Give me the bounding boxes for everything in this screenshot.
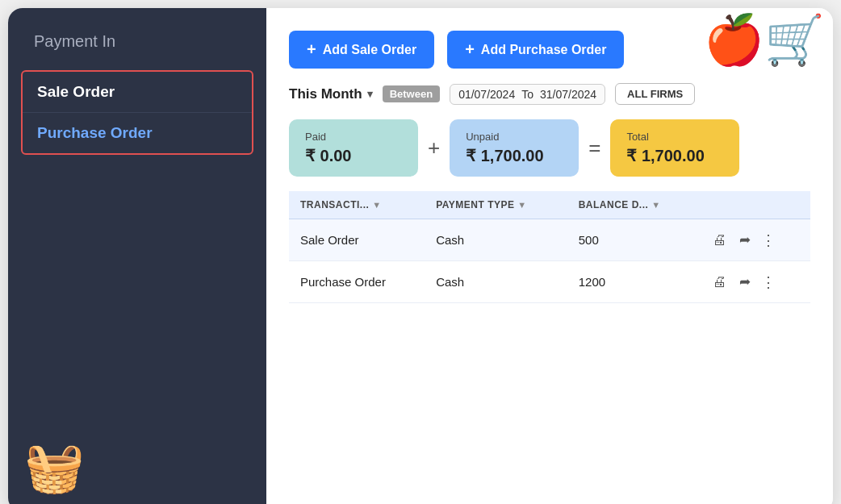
cell-balance-0: 500: [567, 219, 699, 261]
col-actions: [699, 191, 810, 219]
share-icon-0[interactable]: ➦: [737, 229, 753, 251]
summary-cards: Paid ₹ 0.00 + Unpaid ₹ 1,700.00 = Total …: [289, 119, 810, 177]
plus-operator: +: [428, 135, 440, 160]
col-balance-d[interactable]: BALANCE D... ▼: [567, 191, 699, 219]
table-container: TRANSACTI... ▼ PAYMENT TYPE ▼ BALANCE D.…: [289, 191, 810, 493]
filter-bar: This Month ▾ Between 01/07/2024 To 31/07…: [289, 83, 810, 105]
sidebar-item-purchase-order[interactable]: Purchase Order: [23, 113, 252, 153]
cell-payment-type-1: Cash: [425, 261, 567, 303]
sidebar-menu: Sale Order Purchase Order: [21, 70, 253, 155]
all-firms-button[interactable]: ALL FIRMS: [615, 83, 695, 105]
between-badge: Between: [383, 85, 440, 102]
print-icon-0[interactable]: 🖨: [710, 230, 729, 251]
to-label: To: [521, 88, 533, 101]
paid-amount: ₹ 0.00: [305, 146, 402, 165]
sidebar-title: Payment In: [21, 24, 253, 67]
cell-actions-1: 🖨 ➦ ⋮: [699, 261, 810, 303]
paid-label: Paid: [305, 131, 402, 143]
add-purchase-order-button[interactable]: + Add Purchase Order: [447, 31, 624, 69]
date-from: 01/07/2024: [458, 88, 515, 101]
plus-icon-sale: +: [307, 40, 316, 59]
filter-icon-balance[interactable]: ▼: [651, 200, 660, 210]
filter-icon-payment[interactable]: ▼: [517, 200, 526, 210]
month-label: This Month: [289, 86, 362, 102]
unpaid-label: Unpaid: [466, 131, 563, 143]
more-options-icon-0[interactable]: ⋮: [761, 231, 776, 249]
sidebar-item-sale-order[interactable]: Sale Order: [23, 72, 252, 113]
sidebar-purchase-order-label: Purchase Order: [37, 124, 153, 141]
unpaid-amount: ₹ 1,700.00: [466, 146, 563, 165]
date-to: 31/07/2024: [540, 88, 596, 101]
unpaid-card: Unpaid ₹ 1,700.00: [450, 119, 579, 177]
cell-payment-type-0: Cash: [425, 219, 567, 261]
add-purchase-label: Add Purchase Order: [481, 43, 607, 57]
app-container: Payment In Sale Order Purchase Order 🧺 🍎…: [8, 8, 833, 504]
cell-balance-1: 1200: [567, 261, 699, 303]
cell-transaction-0: Sale Order: [289, 219, 425, 261]
cell-transaction-1: Purchase Order: [289, 261, 425, 303]
date-range[interactable]: 01/07/2024 To 31/07/2024: [450, 84, 605, 105]
transactions-table: TRANSACTI... ▼ PAYMENT TYPE ▼ BALANCE D.…: [289, 191, 810, 303]
plus-icon-purchase: +: [465, 40, 475, 59]
filter-icon-transaction[interactable]: ▼: [372, 200, 381, 210]
month-filter[interactable]: This Month ▾: [289, 86, 373, 102]
chevron-down-icon: ▾: [367, 88, 373, 100]
more-options-icon-1[interactable]: ⋮: [761, 273, 776, 291]
sidebar-sale-order-label: Sale Order: [37, 83, 115, 100]
add-sale-label: Add Sale Order: [323, 43, 416, 57]
table-row: Sale Order Cash 500 🖨 ➦ ⋮: [289, 219, 810, 261]
content-wrapper: Payment In Sale Order Purchase Order 🧺 🍎…: [8, 8, 833, 504]
total-card: Total ₹ 1,700.00: [610, 119, 739, 177]
topright-decoration: 🍎🛒: [704, 16, 825, 65]
paid-card: Paid ₹ 0.00: [289, 119, 418, 177]
total-amount: ₹ 1,700.00: [626, 146, 723, 165]
add-sale-order-button[interactable]: + Add Sale Order: [289, 31, 434, 69]
basket-decoration: 🧺: [24, 439, 85, 496]
sidebar: Payment In Sale Order Purchase Order 🧺: [8, 8, 266, 504]
equals-operator: =: [588, 135, 600, 160]
total-label: Total: [626, 131, 723, 143]
table-row: Purchase Order Cash 1200 🖨 ➦ ⋮: [289, 261, 810, 303]
main-content: 🍎🛒 + Add Sale Order + Add Purchase Order…: [266, 8, 833, 504]
col-payment-type[interactable]: PAYMENT TYPE ▼: [425, 191, 567, 219]
col-transaction[interactable]: TRANSACTI... ▼: [289, 191, 425, 219]
print-icon-1[interactable]: 🖨: [710, 272, 729, 293]
share-icon-1[interactable]: ➦: [737, 271, 753, 293]
cell-actions-0: 🖨 ➦ ⋮: [699, 219, 810, 261]
